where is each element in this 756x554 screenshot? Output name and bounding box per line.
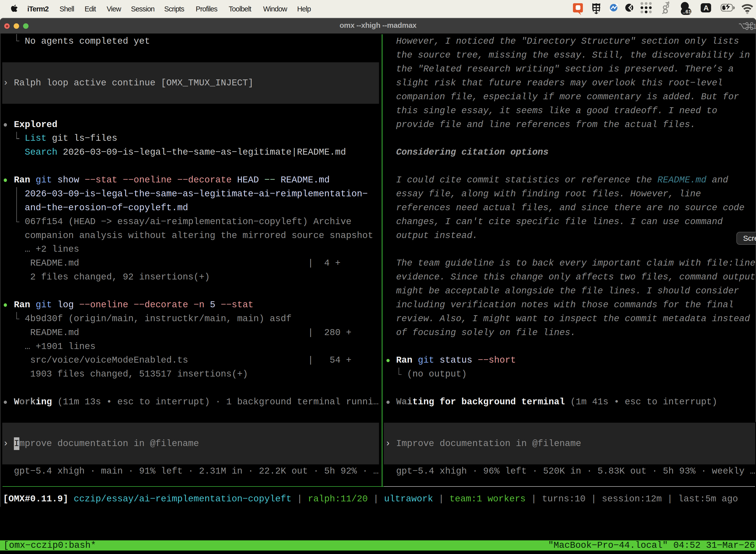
svg-text:A: A <box>703 4 709 12</box>
svg-text:1: 1 <box>753 22 756 30</box>
svg-text:..61: ..61 <box>683 9 691 14</box>
